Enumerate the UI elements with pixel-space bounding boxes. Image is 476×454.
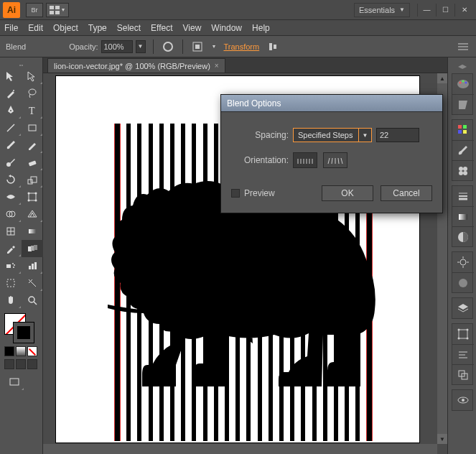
mesh-tool[interactable] (0, 223, 22, 240)
orientation-page-button[interactable] (293, 152, 317, 168)
perspective-grid-tool[interactable] (22, 205, 43, 223)
lasso-tool[interactable] (22, 85, 43, 102)
column-graph-tool[interactable] (22, 257, 43, 274)
pen-tool[interactable] (0, 102, 22, 119)
close-button[interactable]: ✕ (454, 4, 473, 17)
maximize-button[interactable]: ☐ (436, 4, 454, 17)
shape-builder-tool[interactable] (0, 205, 22, 223)
stroke-swatch[interactable] (13, 322, 34, 343)
magic-wand-tool[interactable] (0, 85, 22, 102)
rotate-tool[interactable] (0, 171, 22, 188)
blend-tool[interactable] (22, 240, 43, 257)
menu-window[interactable]: Window (211, 23, 242, 33)
arrange-docs-button[interactable]: ▼ (46, 3, 69, 17)
toolbox-grip[interactable]: •• (0, 62, 42, 68)
stroke-panel-button[interactable] (452, 186, 474, 206)
menu-effect[interactable]: Effect (151, 23, 172, 33)
eraser-tool[interactable] (22, 154, 43, 171)
spacing-select[interactable]: Specified Steps ▼ (293, 128, 372, 142)
paintbrush-tool[interactable] (0, 136, 22, 154)
cancel-button[interactable]: Cancel (381, 185, 432, 201)
svg-point-38 (14, 264, 15, 266)
direct-selection-tool[interactable] (22, 68, 43, 85)
svg-rect-47 (10, 379, 19, 385)
layers-panel-button[interactable] (452, 298, 474, 318)
character-panel-button[interactable] (452, 390, 474, 410)
fill-stroke-swatch[interactable] (4, 313, 34, 343)
svg-rect-6 (195, 45, 200, 49)
draw-normal-button[interactable] (4, 359, 14, 369)
gradient-panel-button[interactable] (452, 206, 474, 226)
svg-point-75 (466, 338, 468, 340)
rectangle-tool[interactable] (22, 119, 43, 136)
opacity-dropdown[interactable]: ▼ (136, 40, 146, 53)
menu-type[interactable]: Type (88, 23, 107, 33)
dock-expand-button[interactable]: ◀▶ (452, 62, 473, 70)
swatches-panel-button[interactable] (452, 120, 474, 140)
blob-brush-tool[interactable] (0, 154, 22, 171)
draw-behind-button[interactable] (16, 359, 26, 369)
menu-object[interactable]: Object (53, 23, 78, 33)
symbols-panel-button[interactable] (452, 160, 474, 180)
menu-edit[interactable]: Edit (28, 23, 43, 33)
align-path-icon (326, 155, 345, 165)
hand-tool[interactable] (0, 292, 22, 309)
bridge-button[interactable]: Br (26, 3, 43, 17)
artboard-tool[interactable] (0, 274, 22, 292)
zoom-tool[interactable] (22, 292, 43, 309)
clover-icon (457, 165, 470, 177)
transparency-panel-button[interactable] (452, 226, 474, 246)
graphic-styles-panel-button[interactable] (452, 272, 474, 292)
minimize-button[interactable]: — (417, 4, 436, 17)
appearance-panel-button[interactable] (452, 252, 474, 272)
close-tab-button[interactable]: × (215, 62, 219, 70)
svg-point-82 (462, 399, 465, 402)
menu-file[interactable]: File (4, 23, 18, 33)
document-tab[interactable]: lion-icon-vector.jpg* @ 100% (RGB/Previe… (47, 58, 225, 73)
menu-bar: File Edit Object Type Select Effect View… (0, 20, 476, 36)
slice-tool[interactable] (22, 274, 43, 292)
scale-tool[interactable] (22, 171, 43, 188)
line-tool[interactable] (0, 119, 22, 136)
free-transform-tool[interactable] (22, 188, 43, 205)
brushes-panel-button[interactable] (452, 140, 474, 160)
orientation-path-button[interactable] (323, 152, 347, 168)
ok-button[interactable]: OK (322, 185, 373, 201)
pathfinder-panel-button[interactable] (452, 364, 474, 384)
screen-mode-button[interactable] (4, 374, 24, 391)
svg-rect-32 (29, 229, 36, 233)
transform-panel-button[interactable] (452, 324, 474, 344)
opacity-input[interactable] (101, 40, 133, 53)
gradient-tool[interactable] (22, 223, 43, 240)
color-guide-panel-button[interactable] (452, 94, 474, 114)
draw-inside-button[interactable] (27, 359, 37, 369)
align-panel-button[interactable] (452, 344, 474, 364)
none-mode-button[interactable] (27, 346, 37, 356)
recolor-artwork-button[interactable] (161, 40, 175, 54)
isolate-button[interactable] (190, 40, 205, 54)
scroll-up-button[interactable]: ▲ (437, 73, 447, 83)
horizontal-scrollbar[interactable] (43, 444, 437, 454)
symbol-sprayer-tool[interactable] (0, 257, 22, 274)
eyedropper-tool[interactable] (0, 240, 22, 257)
preview-checkbox[interactable] (231, 189, 240, 198)
scroll-down-button[interactable]: ▼ (437, 434, 447, 444)
svg-point-12 (13, 90, 14, 91)
color-mode-button[interactable] (4, 346, 14, 356)
panel-menu-button[interactable] (456, 40, 470, 54)
menu-select[interactable]: Select (117, 23, 141, 33)
dialog-titlebar[interactable]: Blend Options (221, 95, 442, 112)
selection-tool[interactable] (0, 68, 22, 85)
workspace-switcher[interactable]: Essentials ▼ (354, 3, 410, 17)
steps-input[interactable] (376, 128, 419, 142)
pencil-tool[interactable] (22, 136, 43, 154)
type-tool[interactable]: T (22, 102, 43, 119)
align-button[interactable] (266, 40, 281, 54)
menu-view[interactable]: View (183, 23, 202, 33)
svg-line-89 (328, 158, 330, 164)
width-tool[interactable] (0, 188, 22, 205)
gradient-mode-button[interactable] (16, 346, 26, 356)
menu-help[interactable]: Help (252, 23, 270, 33)
transform-link[interactable]: Transform (223, 42, 259, 51)
color-panel-button[interactable] (452, 74, 474, 94)
